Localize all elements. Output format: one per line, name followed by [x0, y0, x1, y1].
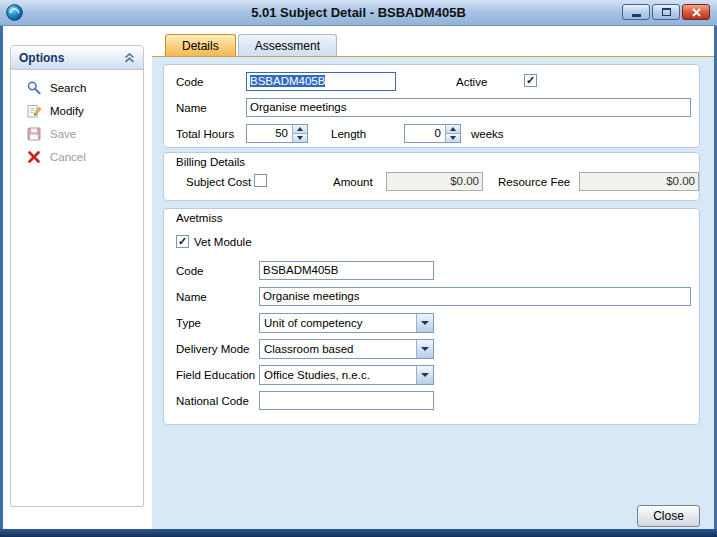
close-window-button[interactable] [682, 4, 710, 20]
restore-icon [662, 8, 671, 16]
titlebar[interactable]: 5.01 Subject Detail - BSBADM405B [0, 0, 717, 26]
check-icon: ✓ [178, 236, 187, 247]
cancel-icon [26, 149, 42, 165]
length-value: 0 [405, 125, 445, 142]
active-label: Active [456, 76, 487, 88]
vet-module-checkbox[interactable]: ✓ [176, 235, 189, 248]
close-icon [692, 8, 701, 17]
type-select[interactable]: Unit of competency [259, 313, 434, 333]
delivery-mode-label: Delivery Mode [176, 343, 250, 355]
delivery-mode-select[interactable]: Classroom based [259, 339, 434, 359]
save-icon [26, 126, 42, 142]
weeks-label: weeks [471, 128, 504, 140]
code-label: Code [176, 76, 204, 88]
window-title: 5.01 Subject Detail - BSBADM405B [0, 5, 717, 20]
tab-assessment[interactable]: Assessment [238, 34, 337, 56]
dropdown-arrow-icon [421, 347, 429, 351]
amount-label: Amount [333, 176, 373, 188]
combo-arrow-button[interactable] [416, 314, 433, 332]
total-hours-value: 50 [247, 125, 292, 142]
options-header[interactable]: Options [11, 46, 143, 70]
minimize-button[interactable] [622, 4, 650, 20]
general-groupbox: Code BSBADM405B Active ✓ Name Organise m… [163, 64, 700, 148]
length-label: Length [331, 128, 366, 140]
delivery-mode-value: Classroom based [260, 340, 416, 358]
restore-button[interactable] [652, 4, 680, 20]
field-education-value: Office Studies, n.e.c. [260, 366, 416, 384]
spin-up-button[interactable] [293, 125, 307, 133]
code-input[interactable]: BSBADM405B [246, 72, 396, 91]
name-label: Name [176, 102, 207, 114]
resource-fee-input: $0.00 [579, 172, 699, 191]
field-education-label: Field Education [176, 369, 255, 381]
billing-groupbox: Billing Details Subject Cost Amount $0.0… [163, 152, 700, 201]
vet-module-label: Vet Module [194, 236, 252, 248]
code-selected-text: BSBADM405B [250, 75, 325, 87]
tabstrip: Details Assessment [152, 26, 714, 57]
sidebar-item-save[interactable]: Save [11, 122, 143, 145]
resource-fee-label: Resource Fee [498, 176, 570, 188]
sidebar-item-search[interactable]: Search [11, 76, 143, 99]
search-icon [26, 80, 42, 96]
amount-input: $0.00 [386, 172, 483, 191]
dropdown-arrow-icon [421, 321, 429, 325]
total-hours-label: Total Hours [176, 128, 234, 140]
combo-arrow-button[interactable] [416, 366, 433, 384]
subject-cost-label: Subject Cost [186, 176, 251, 188]
avetmiss-legend: Avetmiss [176, 212, 222, 224]
active-checkbox[interactable]: ✓ [524, 74, 537, 87]
window-controls [622, 4, 710, 20]
options-items: Search [11, 70, 143, 168]
field-education-select[interactable]: Office Studies, n.e.c. [259, 365, 434, 385]
bottom-frame [0, 529, 717, 537]
arrow-down-icon [450, 136, 456, 140]
sidebar: Options Search [3, 26, 152, 529]
length-spinner[interactable]: 0 [404, 124, 461, 143]
options-title: Options [19, 51, 64, 65]
close-button[interactable]: Close [637, 505, 700, 527]
avetmiss-code-input[interactable]: BSBADM405B [259, 261, 434, 280]
combo-arrow-button[interactable] [416, 340, 433, 358]
sidebar-item-cancel[interactable]: Cancel [11, 145, 143, 168]
avetmiss-name-input[interactable]: Organise meetings [259, 287, 691, 306]
client-area: Options Search [3, 26, 714, 529]
spin-up-button[interactable] [446, 125, 460, 133]
avetmiss-name-label: Name [176, 291, 207, 303]
subject-cost-checkbox[interactable] [254, 174, 267, 187]
name-input[interactable]: Organise meetings [246, 98, 691, 117]
type-label: Type [176, 317, 201, 329]
total-hours-spinner[interactable]: 50 [246, 124, 308, 143]
spin-down-button[interactable] [293, 133, 307, 142]
details-tab-content: Code BSBADM405B Active ✓ Name Organise m… [152, 57, 714, 529]
main-panel: Details Assessment Code BSBADM405B Activ… [152, 26, 714, 529]
window: 5.01 Subject Detail - BSBADM405B Options [0, 0, 717, 537]
arrow-down-icon [297, 136, 303, 140]
national-code-input[interactable] [259, 391, 434, 410]
check-icon: ✓ [526, 75, 535, 86]
sidebar-item-label: Save [50, 128, 76, 140]
spin-down-button[interactable] [446, 133, 460, 142]
sidebar-item-label: Search [50, 82, 86, 94]
minimize-icon [632, 14, 641, 17]
tab-details[interactable]: Details [165, 34, 236, 56]
avetmiss-code-label: Code [176, 265, 204, 277]
arrow-up-icon [297, 127, 303, 131]
type-value: Unit of competency [260, 314, 416, 332]
avetmiss-groupbox: Avetmiss ✓ Vet Module Code BSBADM405B Na… [163, 208, 700, 425]
sidebar-item-label: Modify [50, 105, 84, 117]
total-hours-spin-buttons [292, 125, 307, 142]
sidebar-item-modify[interactable]: Modify [11, 99, 143, 122]
billing-legend: Billing Details [176, 156, 245, 168]
dropdown-arrow-icon [421, 373, 429, 377]
options-panel: Options Search [10, 45, 144, 507]
modify-icon [26, 103, 42, 119]
arrow-up-icon [450, 127, 456, 131]
sidebar-item-label: Cancel [50, 151, 86, 163]
length-spin-buttons [445, 125, 460, 142]
collapse-chevron-icon [124, 53, 135, 63]
national-code-label: National Code [176, 395, 249, 407]
